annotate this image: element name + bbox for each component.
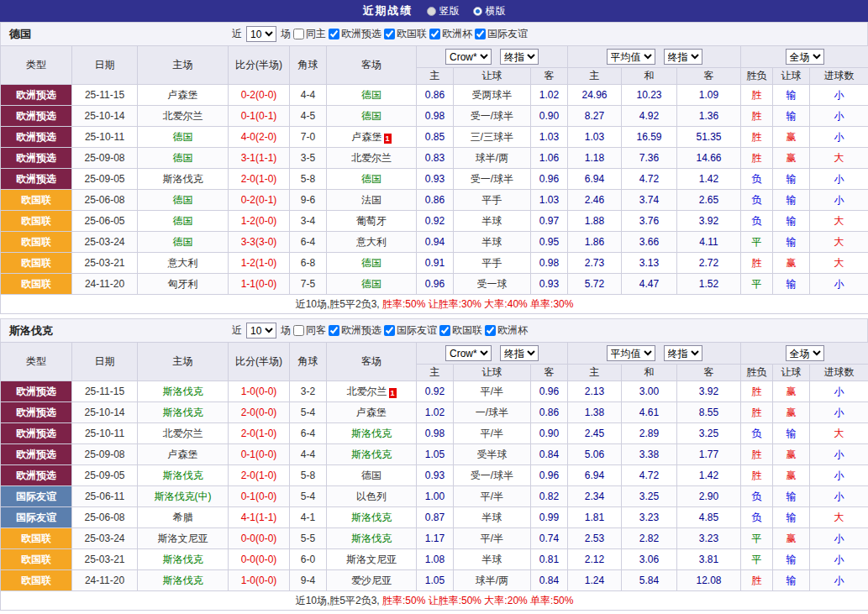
- cell-score: 0-1(0-0): [229, 444, 290, 465]
- recent-count-select[interactable]: 10: [246, 323, 276, 338]
- competition-option[interactable]: 欧洲预选: [329, 27, 381, 41]
- layout-option-vertical[interactable]: 竖版: [427, 4, 460, 18]
- cell-home-team-name: 德国: [173, 131, 193, 143]
- cell-goals-result: 大: [810, 253, 868, 274]
- table-row: 欧洲预选25-09-08卢森堡0-1(0-0)4-4斯洛伐克1.05受半球0.8…: [1, 444, 868, 465]
- cell-handicap-home-odds: 0.85: [417, 127, 454, 148]
- competition-checkbox[interactable]: [475, 29, 486, 39]
- competition-option[interactable]: 欧洲杯: [429, 27, 472, 41]
- cell-score: 4-0(2-0): [229, 127, 290, 148]
- cell-corners: 9-6: [290, 190, 327, 211]
- cell-average-draw: 3.25: [622, 486, 677, 507]
- cell-average-away: 2.65: [677, 190, 741, 211]
- final-index-select[interactable]: 终指: [500, 49, 539, 65]
- same-venue-checkbox[interactable]: [293, 29, 304, 39]
- competition-option[interactable]: 国际友谊: [475, 27, 528, 41]
- final-index-select[interactable]: 终指: [664, 49, 702, 65]
- competition-checkbox[interactable]: [384, 29, 395, 39]
- competition-checkbox[interactable]: [439, 325, 450, 336]
- cell-home-team: 卢森堡: [138, 85, 229, 106]
- cell-away-team-name: 葡萄牙: [356, 215, 387, 227]
- cell-average-away: 1.36: [677, 106, 741, 127]
- cell-average-draw: 3.76: [622, 211, 677, 232]
- competition-checkbox[interactable]: [329, 325, 339, 336]
- cell-date: 24-11-20: [72, 274, 138, 295]
- cell-away-team: 斯洛文尼亚: [327, 549, 417, 570]
- final-index-select[interactable]: 终指: [500, 345, 539, 361]
- table-row: 欧洲预选25-11-15卢森堡0-2(0-0)4-4德国0.86受两球半1.02…: [1, 85, 868, 106]
- subcolumn-header: 进球数: [810, 365, 868, 381]
- summary-row: 近10场,胜5平2负3, 胜率:50% 让胜率:50% 大率:20% 单率:50…: [1, 591, 868, 611]
- cell-handicap-result: 输: [773, 232, 810, 253]
- competition-checkbox[interactable]: [384, 325, 395, 336]
- fulltime-select[interactable]: 全场: [786, 345, 824, 361]
- radio-vertical-icon[interactable]: [427, 7, 436, 16]
- cell-goals-result: 小: [810, 169, 868, 190]
- subcolumn-header: 进球数: [810, 68, 868, 85]
- cell-handicap-line: 半球: [454, 211, 531, 232]
- fulltime-select[interactable]: 全场: [786, 49, 824, 65]
- cell-away-team-name: 德国: [361, 89, 381, 101]
- cell-average-home: 2.73: [568, 253, 622, 274]
- competition-option[interactable]: 欧国联: [439, 323, 482, 338]
- cell-handicap-away-odds: 0.90: [531, 423, 568, 444]
- table-row: 欧国联25-03-24德国3-3(3-0)6-4意大利0.94半球0.951.8…: [1, 232, 868, 253]
- cell-average-draw: 2.82: [622, 528, 677, 549]
- competition-option[interactable]: 欧洲预选: [329, 323, 381, 338]
- average-value-select[interactable]: 平均值: [607, 49, 655, 65]
- competition-checkbox[interactable]: [329, 29, 339, 39]
- cell-result: 胜: [741, 85, 773, 106]
- cell-average-away: 3.25: [677, 423, 741, 444]
- cell-handicap-home-odds: 0.96: [417, 274, 454, 295]
- cell-result: 胜: [741, 381, 773, 402]
- cell-away-team: 卢森堡1: [327, 127, 417, 148]
- competition-checkbox[interactable]: [485, 325, 496, 336]
- header-select-group: Crow*终指: [417, 343, 568, 365]
- competition-option[interactable]: 欧洲杯: [485, 323, 528, 338]
- cell-result: 胜: [741, 106, 773, 127]
- header-select-group: 平均值终指: [568, 46, 741, 68]
- cell-average-draw: 3.00: [622, 381, 677, 402]
- summary-cell: 近10场,胜5平2负3, 胜率:50% 让胜率:50% 大率:20% 单率:50…: [1, 591, 868, 611]
- final-index-select[interactable]: 终指: [664, 345, 702, 361]
- cell-handicap-line: 受一球: [454, 274, 531, 295]
- cell-away-team: 北爱尔兰1: [327, 381, 417, 402]
- odds-company-select[interactable]: Crow*: [445, 49, 492, 65]
- odds-company-select[interactable]: Crow*: [445, 345, 492, 361]
- header-selects: Crow*终指: [417, 49, 567, 65]
- layout-option-horizontal-label: 横版: [486, 4, 506, 18]
- cell-home-team: 德国: [138, 232, 229, 253]
- competition-option[interactable]: 欧国联: [384, 27, 427, 41]
- cell-average-home: 1.86: [568, 232, 622, 253]
- same-venue-checkbox[interactable]: [293, 325, 304, 336]
- cell-handicap-away-odds: 0.95: [531, 232, 568, 253]
- cell-away-team-name: 斯洛伐克: [351, 449, 392, 460]
- radio-horizontal-icon[interactable]: [473, 7, 482, 16]
- cell-date: 25-11-15: [72, 85, 138, 106]
- header-select-group: Crow*终指: [417, 46, 568, 68]
- competition-checkbox[interactable]: [429, 29, 440, 39]
- cell-handicap-away-odds: 0.98: [531, 253, 568, 274]
- layout-option-horizontal[interactable]: 横版: [473, 4, 506, 18]
- average-value-select[interactable]: 平均值: [607, 345, 655, 361]
- cell-date: 25-03-24: [72, 232, 138, 253]
- cell-competition-type: 欧洲预选: [1, 106, 72, 127]
- cell-away-team: 斯洛伐克: [327, 507, 417, 528]
- table-row: 欧洲预选25-11-15斯洛伐克1-0(0-0)3-2北爱尔兰10.92平/半0…: [1, 381, 868, 402]
- competition-option[interactable]: 国际友谊: [384, 323, 437, 338]
- cell-average-draw: 3.38: [622, 444, 677, 465]
- cell-average-home: 5.06: [568, 444, 622, 465]
- cell-competition-type: 欧洲预选: [1, 85, 72, 106]
- column-header: 角球: [290, 343, 327, 381]
- cell-home-team-name: 斯洛伐克: [163, 575, 203, 586]
- recent-count-select[interactable]: 10: [246, 26, 276, 42]
- table-row: 国际友谊25-06-08希腊4-1(1-1)4-1斯洛伐克0.87半球0.991…: [1, 507, 868, 528]
- same-venue-option[interactable]: 同主: [293, 27, 326, 41]
- cell-home-team-name: 德国: [173, 236, 193, 248]
- table-row: 欧洲预选25-10-14北爱尔兰0-1(0-1)4-5德国0.98受一/球半0.…: [1, 106, 868, 127]
- cell-away-team-name: 斯洛伐克: [351, 512, 392, 523]
- cell-away-team-name: 以色列: [356, 491, 387, 502]
- same-venue-option[interactable]: 同客: [293, 323, 326, 338]
- header-selects: Crow*终指: [417, 345, 567, 361]
- summary-cell: 近10场,胜5平2负3, 胜率:50% 让胜率:30% 大率:40% 单率:30…: [1, 295, 868, 314]
